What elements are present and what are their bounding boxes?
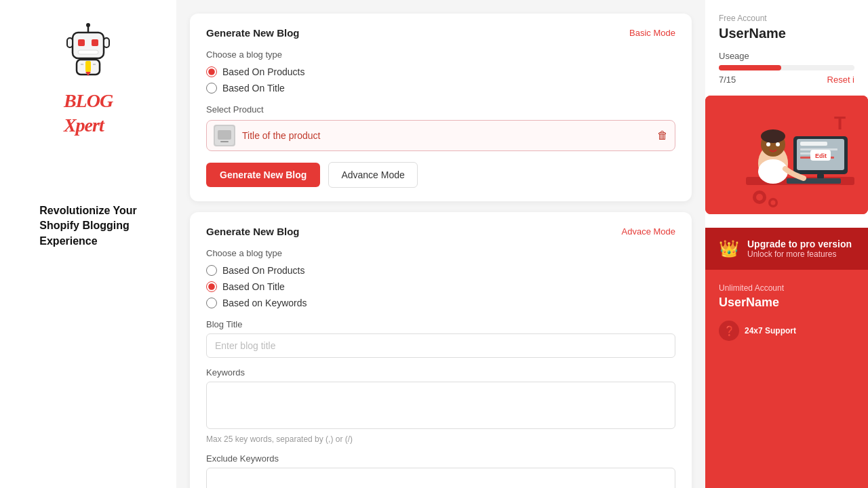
svg-point-29 (761, 129, 785, 143)
card2-header: Generate New Blog Advace Mode (206, 226, 675, 237)
svg-rect-6 (67, 38, 73, 47)
unlimited-account-label: Unlimited Account (719, 283, 854, 293)
keywords-hint: Max 25 key words, separated by (,) or (/… (206, 434, 675, 444)
svg-point-2 (86, 23, 90, 27)
svg-rect-7 (104, 38, 109, 47)
usage-count: 7/15 (719, 75, 736, 85)
upgrade-subtitle: Unlock for more features (747, 249, 854, 259)
panel-top: Free Account UserName Useage 7/15 Reset … (705, 0, 868, 228)
svg-rect-24 (817, 174, 824, 178)
svg-text:T: T (834, 113, 846, 134)
radio2-based-on-keywords[interactable]: Based on Keywords (206, 298, 675, 308)
exclude-keywords-label: Exclude Keywords (206, 453, 675, 464)
right-panel: Free Account UserName Useage 7/15 Reset … (705, 0, 868, 488)
svg-text:Edit: Edit (815, 152, 827, 159)
upgrade-banner[interactable]: 👑 Upgrade to pro version Unlock for more… (705, 228, 868, 270)
product-input-row: Title of the product 🗑 (206, 120, 675, 151)
svg-rect-3 (78, 39, 85, 46)
crown-icon: 👑 (719, 239, 739, 258)
svg-rect-5 (78, 50, 98, 54)
radio2-products-label: Based On Products (222, 265, 304, 276)
exclude-keywords-textarea[interactable] (206, 468, 675, 488)
card2-title: Generate New Blog (206, 226, 300, 237)
basic-mode-link[interactable]: Basic Mode (629, 28, 675, 38)
keywords-label: Keywords (206, 367, 675, 378)
card1-header: Generate New Blog Basic Mode (206, 27, 675, 39)
free-account-label: Free Account (719, 14, 854, 23)
radio2-keywords-input[interactable] (206, 298, 217, 308)
svg-point-35 (756, 194, 763, 201)
progress-bar-bg (719, 65, 854, 70)
sidebar: BLOG Xpert Revolutionize Your Shopify Bl… (0, 0, 176, 488)
svg-point-37 (771, 201, 776, 205)
radio-based-on-title[interactable]: Based On Title (206, 83, 675, 94)
svg-point-30 (766, 142, 770, 146)
svg-rect-20 (800, 142, 827, 146)
logo-text-xpert: Xpert (64, 115, 104, 136)
delete-product-icon[interactable]: 🗑 (657, 129, 668, 142)
radio2-based-on-products[interactable]: Based On Products (206, 265, 675, 276)
logo-text-blog: BLOG (64, 90, 113, 111)
card-generate-basic: Generate New Blog Basic Mode Choose a bl… (190, 14, 692, 201)
support-icon: ❓ (719, 321, 739, 341)
card1-title: Generate New Blog (206, 27, 300, 39)
support-label: 24x7 Support (745, 326, 796, 336)
product-title-text: Title of the product (242, 130, 652, 141)
logo-container: BLOG Xpert (58, 20, 119, 136)
svg-rect-9 (85, 61, 91, 72)
radio-products-label: Based On Products (222, 66, 304, 77)
radio2-title-input[interactable] (206, 281, 217, 292)
radio2-based-on-title[interactable]: Based On Title (206, 281, 675, 292)
generate-blog-button[interactable]: Generate New Blog (206, 163, 320, 187)
card-generate-advance: Generate New Blog Advace Mode Choose a b… (190, 212, 692, 488)
logo-robot-icon (58, 20, 119, 81)
progress-bar-fill (719, 65, 781, 70)
advance-mode-link[interactable]: Advace Mode (622, 226, 676, 237)
svg-rect-25 (787, 178, 841, 184)
card1-radio-group: Based On Products Based On Title (206, 66, 675, 94)
reset-link[interactable]: Reset i (827, 75, 854, 85)
blog-title-input[interactable] (206, 333, 675, 358)
username-display: UserName (719, 26, 854, 41)
usage-label: Useage (719, 51, 854, 61)
upgrade-text-block: Upgrade to pro version Unlock for more f… (747, 239, 854, 259)
upgrade-title: Upgrade to pro version (747, 239, 854, 249)
card1-blog-type-label: Choose a blog type (206, 49, 675, 60)
svg-point-27 (758, 159, 788, 184)
support-row: ❓ 24x7 Support (719, 321, 854, 341)
select-product-label: Select Product (206, 104, 675, 115)
product-thumbnail (214, 125, 235, 146)
radio2-products-input[interactable] (206, 265, 217, 276)
radio2-title-label: Based On Title (222, 281, 285, 292)
svg-rect-4 (92, 39, 98, 46)
blog-title-label: Blog Title (206, 319, 675, 329)
radio-title-label: Based On Title (222, 83, 285, 94)
unlimited-card: Unlimited Account UserName ❓ 24x7 Suppor… (705, 270, 868, 488)
radio-title-input[interactable] (206, 83, 217, 94)
radio-products-input[interactable] (206, 66, 217, 77)
main-content: Generate New Blog Basic Mode Choose a bl… (176, 0, 705, 488)
radio-based-on-products[interactable]: Based On Products (206, 66, 675, 77)
unlimited-username: UserName (719, 296, 854, 310)
product-thumb-icon (215, 126, 234, 145)
illustration-area: Edit T (705, 96, 868, 214)
svg-rect-15 (220, 141, 229, 142)
sidebar-tagline: Revolutionize Your Shopify Blogging Expe… (39, 203, 136, 249)
svg-point-31 (776, 142, 780, 146)
logo-text: BLOG Xpert (64, 87, 113, 136)
keywords-textarea[interactable] (206, 382, 675, 429)
illustration-svg: Edit T (705, 96, 868, 214)
card1-actions: Generate New Blog Advance Mode (206, 162, 675, 188)
usage-row: 7/15 Reset i (719, 75, 854, 85)
card2-radio-group: Based On Products Based On Title Based o… (206, 265, 675, 308)
card2-blog-type-label: Choose a blog type (206, 248, 675, 258)
support-icon-glyph: ❓ (724, 325, 735, 336)
svg-rect-14 (218, 130, 231, 140)
radio2-keywords-label: Based on Keywords (222, 298, 307, 308)
advance-mode-button[interactable]: Advance Mode (328, 162, 417, 188)
